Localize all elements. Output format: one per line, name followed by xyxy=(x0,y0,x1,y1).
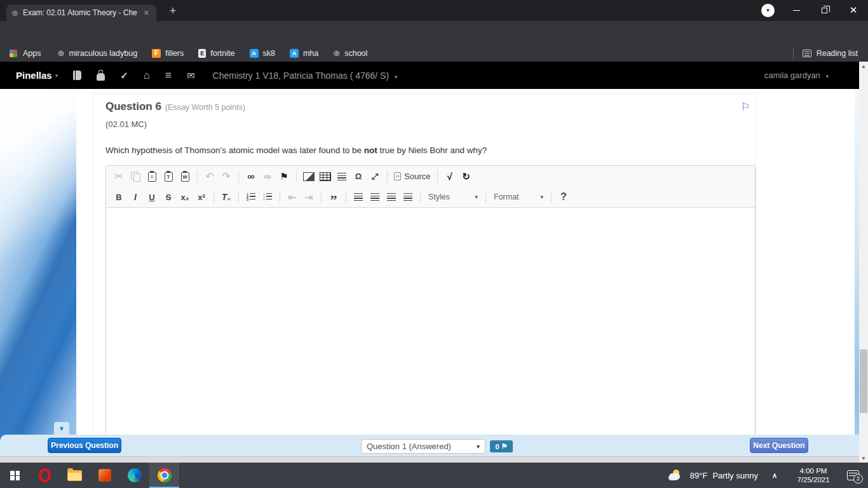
bookmark-fortnite[interactable]: Efortnite xyxy=(198,49,234,58)
styles-dropdown-icon[interactable]: Styles▾ xyxy=(425,189,481,205)
numbered-list-icon[interactable] xyxy=(243,189,259,205)
taskbar-office-button[interactable] xyxy=(90,463,119,488)
align-right-icon[interactable] xyxy=(384,189,399,205)
nav-mail-button[interactable]: ✉ xyxy=(187,70,195,81)
toolbar-separator xyxy=(551,191,552,203)
screen: ⊕ Exam: 02.01 Atomic Theory - Che ✕ + ▼ … xyxy=(0,0,868,488)
next-question-button[interactable]: Next Question xyxy=(750,438,808,453)
refresh-icon[interactable]: ↻ xyxy=(459,169,474,184)
browser-toolbar: ← → ↻ pinellas.flvs.net/educator/student… xyxy=(0,21,868,44)
weather-temp[interactable]: 89°F xyxy=(690,471,708,480)
brand-menu[interactable]: Pinellas xyxy=(16,70,52,81)
taskbar-edge-button[interactable] xyxy=(119,463,149,488)
flag-question-icon[interactable]: ⚐ xyxy=(741,100,750,114)
page-viewport: Pinellas ▾ ✓ ⌂ ≡ ✉ Chemistry 1 V18, Patr… xyxy=(0,62,868,463)
reading-list-icon[interactable] xyxy=(803,50,811,57)
source-icon[interactable]: ‹›Source xyxy=(392,169,433,184)
flagged-count-badge[interactable]: 0⚑ xyxy=(490,440,513,452)
toolbar-separator xyxy=(437,170,438,182)
anchor-flag-icon[interactable]: ⚑ xyxy=(276,169,292,184)
minimize-icon xyxy=(793,10,800,11)
subscript-icon[interactable]: x₂ xyxy=(177,189,193,205)
link-icon[interactable]: ∞ xyxy=(243,169,259,184)
remove-format-icon[interactable] xyxy=(219,189,234,205)
fillers-icon: F xyxy=(152,49,161,58)
justify-icon[interactable] xyxy=(400,189,416,205)
bookmark-sk8[interactable]: Ask8 xyxy=(250,49,275,58)
taskbar-opera-button[interactable] xyxy=(30,463,60,488)
taskbar-start-button[interactable] xyxy=(0,463,30,488)
maximize-icon[interactable]: ⤢ xyxy=(367,169,383,184)
image-icon[interactable] xyxy=(301,169,316,184)
tab-close-icon[interactable]: ✕ xyxy=(142,8,151,18)
horizontal-rule-icon[interactable] xyxy=(334,169,349,184)
nav-assessments-button[interactable]: ✓ xyxy=(120,70,128,81)
bold-icon[interactable]: B xyxy=(111,189,126,205)
align-center-icon[interactable] xyxy=(367,189,383,205)
divider xyxy=(793,48,794,58)
nav-backpack-button[interactable] xyxy=(97,71,105,81)
bookmark-school[interactable]: ⊕school xyxy=(333,48,367,58)
globe-icon: ⊕ xyxy=(58,48,65,58)
window-close-button[interactable]: ✕ xyxy=(840,0,867,20)
editor-content[interactable] xyxy=(106,208,755,463)
scroll-up-arrow[interactable]: ▲ xyxy=(859,62,868,71)
notification-center-icon[interactable] xyxy=(847,470,859,480)
nav-home-button[interactable]: ⌂ xyxy=(144,69,150,82)
special-character-icon[interactable]: Ω xyxy=(351,169,366,184)
flag-icon: ⚑ xyxy=(501,442,508,451)
window-restore-button[interactable] xyxy=(811,0,837,20)
restore-icon xyxy=(822,8,827,13)
question-select[interactable]: Question 1 (Answered) ▾ xyxy=(361,439,485,454)
question-text-after: true by Niels Bohr and why? xyxy=(377,146,487,155)
window-minimize-button[interactable] xyxy=(783,0,810,20)
nav-list-button[interactable]: ≡ xyxy=(165,69,172,82)
bookmark-mha[interactable]: Amha xyxy=(290,49,318,58)
scrollbar-thumb[interactable] xyxy=(860,349,867,413)
blockquote-icon[interactable]: ” xyxy=(326,189,341,205)
apps-label[interactable]: Apps xyxy=(23,49,41,58)
user-name: camila gardyan xyxy=(764,71,820,80)
taskbar-chrome-button[interactable] xyxy=(149,463,179,488)
nav-gradebook-button[interactable] xyxy=(73,71,81,80)
weather-desc[interactable]: Partly sunny xyxy=(712,471,758,480)
format-dropdown-icon[interactable]: Format▾ xyxy=(491,189,546,205)
weather-icon[interactable] xyxy=(668,470,684,481)
reading-list-label[interactable]: Reading list xyxy=(817,49,858,58)
math-sqrt-icon[interactable]: √ xyxy=(442,169,458,184)
user-menu[interactable]: camila gardyan ▾ xyxy=(764,71,829,80)
superscript-icon[interactable]: x² xyxy=(194,189,209,205)
bookmark-fillers[interactable]: Ffillers xyxy=(152,49,184,58)
scroll-down-arrow[interactable]: ▼ xyxy=(859,454,868,463)
taskbar-clock[interactable]: 4:00 PM 7/25/2021 xyxy=(791,466,836,484)
backpack-icon xyxy=(97,73,105,81)
help-icon[interactable]: ? xyxy=(556,189,571,205)
underline-icon[interactable]: U xyxy=(144,189,159,205)
explorer-icon xyxy=(67,470,82,481)
new-tab-button[interactable]: + xyxy=(165,3,180,18)
toolbar-separator xyxy=(280,191,280,203)
tray-chevron-up-icon[interactable]: ∧ xyxy=(772,471,777,480)
paste-plain-text-icon[interactable]: T xyxy=(161,169,176,184)
footer-collapse-button[interactable]: ▼ xyxy=(54,422,69,435)
apps-grid-icon[interactable] xyxy=(10,50,17,57)
browser-tab[interactable]: ⊕ Exam: 02.01 Atomic Theory - Che ✕ xyxy=(6,4,156,21)
bookmark-label: sk8 xyxy=(263,49,275,58)
vertical-scrollbar[interactable]: ▲ ▼ xyxy=(859,62,868,463)
question-title: Question 6(Essay Worth 5 points) xyxy=(105,100,245,113)
media-control-button[interactable]: ▼ xyxy=(761,4,775,17)
paste-icon[interactable]: ≡ xyxy=(144,169,159,184)
toolbar-separator xyxy=(387,170,388,182)
bookmark-miraculous-ladybug[interactable]: ⊕miraculous ladybug xyxy=(58,48,138,58)
align-left-icon[interactable] xyxy=(351,189,366,205)
paste-from-word-icon[interactable]: W xyxy=(177,169,193,184)
taskbar-explorer-button[interactable] xyxy=(60,463,90,488)
strikethrough-icon[interactable]: S xyxy=(161,189,176,205)
italic-icon[interactable]: I xyxy=(128,189,143,205)
table-icon[interactable] xyxy=(318,169,333,184)
horizontal-scrollbar[interactable] xyxy=(0,456,859,463)
previous-question-button[interactable]: Previous Question xyxy=(48,438,121,453)
course-selector[interactable]: Chemistry 1 V18, Patricia Thomas ( 4766/… xyxy=(213,71,398,81)
bulleted-list-icon[interactable] xyxy=(260,189,275,205)
toolbar-separator xyxy=(485,191,486,203)
